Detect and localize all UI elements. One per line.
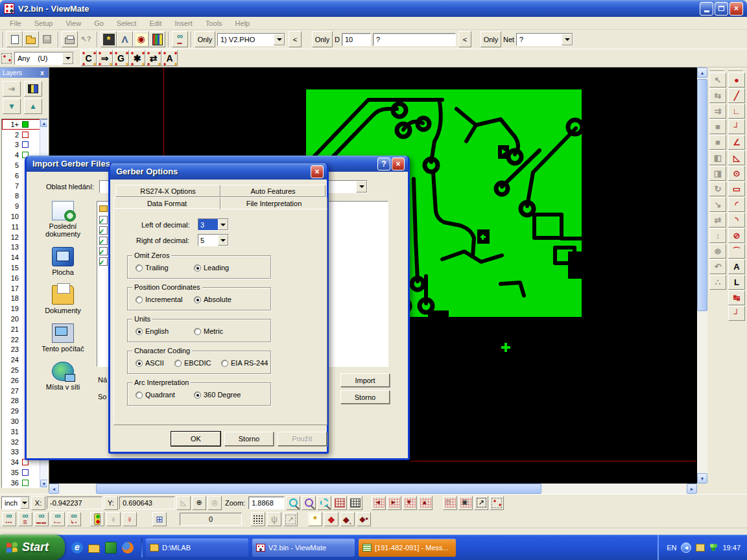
- draw-triangle-button[interactable]: ◺: [728, 150, 745, 165]
- select-group-button[interactable]: G: [113, 50, 129, 66]
- close-button[interactable]: ×: [729, 2, 743, 16]
- place-recent-documents[interactable]: Poslední dokumenty: [34, 201, 92, 238]
- gerber-file-icon[interactable]: [99, 247, 108, 255]
- draw-ellipse-button[interactable]: ⊘: [728, 228, 745, 243]
- layer-colors-button[interactable]: [149, 31, 165, 47]
- selection-filter-icon[interactable]: [0, 52, 13, 65]
- horizontal-scroll-thumb[interactable]: [96, 484, 541, 494]
- radio-option[interactable]: EIA RS-244: [221, 359, 268, 367]
- dcode-query-input[interactable]: ?: [373, 33, 456, 46]
- chevron-down-icon[interactable]: [20, 497, 29, 509]
- view-dcode-button[interactable]: ∞•—: [51, 512, 65, 526]
- draw-line-button[interactable]: ╱: [728, 88, 745, 103]
- quick-launch-folder-icon[interactable]: [88, 544, 100, 553]
- dialog-help-button[interactable]: ?: [377, 158, 390, 170]
- radio-option[interactable]: EBCDIC: [174, 359, 221, 367]
- draw-route-button[interactable]: ┘: [728, 306, 745, 321]
- menu-item[interactable]: View: [60, 18, 87, 29]
- menu-item[interactable]: Help: [230, 18, 256, 29]
- pad-s-mode-button[interactable]: ◆˛: [340, 512, 355, 526]
- horizontal-scrollbar[interactable]: ◄ ►: [49, 484, 697, 494]
- group-tool-button[interactable]: ∴: [709, 275, 726, 290]
- layer-color-swatch[interactable]: [22, 469, 29, 476]
- scroll-up-icon[interactable]: ▲: [697, 67, 707, 78]
- zoom-tool-button[interactable]: [286, 496, 300, 510]
- apply-button[interactable]: Použít: [278, 432, 327, 446]
- chevron-down-icon[interactable]: [562, 34, 573, 45]
- tile-windows-button[interactable]: ⊞: [152, 512, 167, 526]
- scroll-up-icon[interactable]: ▲: [40, 119, 48, 127]
- layer-combobox[interactable]: 1) V2.PHO: [217, 33, 285, 46]
- ok-button[interactable]: OK: [171, 432, 220, 446]
- grid-settings-button[interactable]: [333, 496, 347, 510]
- draw-arc2-button[interactable]: ◝: [728, 213, 745, 228]
- chevron-down-icon[interactable]: [218, 235, 228, 246]
- folder-icon[interactable]: [99, 205, 108, 212]
- highlight-dcode-button[interactable]: *: [101, 31, 117, 47]
- scroll-down-icon[interactable]: ▼: [40, 480, 48, 487]
- rotate-button[interactable]: ↻: [709, 181, 726, 196]
- dialog-close-button[interactable]: ×: [392, 158, 405, 170]
- gerber-dialog-titlebar[interactable]: Gerber Options ×: [110, 163, 327, 180]
- zoom-select-button[interactable]: [317, 496, 331, 510]
- settings-tool-button[interactable]: ⊛: [709, 244, 726, 259]
- context-help-button[interactable]: ↖?: [78, 31, 94, 47]
- inspect-button[interactable]: ∞▬: [172, 31, 188, 47]
- chevron-down-icon[interactable]: [218, 219, 228, 230]
- snap-button[interactable]: ↕: [709, 228, 726, 243]
- pad-shape2-button[interactable]: ■: [709, 135, 726, 150]
- radio-option[interactable]: Leading: [194, 264, 252, 272]
- dcode-input[interactable]: 10: [342, 33, 371, 46]
- undo-tool-button[interactable]: ↶: [709, 259, 726, 274]
- place-my-computer[interactable]: Tento počítač: [34, 323, 92, 353]
- select-star-button[interactable]: ✱: [129, 50, 145, 66]
- task-messenger[interactable]: [191-482-091] - Mess...: [359, 539, 456, 557]
- left-of-decimal-select[interactable]: 3: [198, 218, 229, 231]
- place-desktop[interactable]: Plocha: [34, 247, 92, 276]
- radio-option[interactable]: ASCII: [136, 359, 174, 367]
- tray-notes-icon[interactable]: [696, 544, 705, 552]
- layer-move-down-button[interactable]: ▼: [3, 99, 21, 114]
- draw-angle-button[interactable]: ∠: [728, 135, 745, 150]
- select-circle-button[interactable]: C: [80, 50, 97, 66]
- view-lines-button[interactable]: ∞☰: [18, 512, 32, 526]
- pan-right-button[interactable]: ►: [387, 496, 401, 510]
- tab-data-format[interactable]: Data Format: [113, 197, 220, 209]
- selection-box-button[interactable]: [490, 496, 504, 510]
- menu-item[interactable]: Go: [88, 18, 110, 29]
- units-combobox[interactable]: inch: [1, 496, 30, 509]
- layer-color-swatch[interactable]: [22, 480, 29, 486]
- mirror-h-button[interactable]: ◧: [709, 150, 726, 165]
- pad-dot-mode-button[interactable]: ◆•: [357, 512, 371, 526]
- radio-option[interactable]: Trailing: [136, 264, 194, 272]
- import-cancel-button[interactable]: Storno: [340, 390, 390, 404]
- scroll-down-icon[interactable]: ▼: [697, 473, 707, 484]
- palette-grip[interactable]: [710, 69, 724, 71]
- zoom-grid-button[interactable]: [302, 496, 316, 510]
- radio-option[interactable]: 360 Degree: [194, 391, 252, 399]
- radio-option[interactable]: Absolute: [194, 296, 252, 303]
- only-net-button[interactable]: Only: [480, 31, 501, 47]
- highlight-toggle-button[interactable]: [90, 512, 104, 526]
- crosshair-button[interactable]: ⊕: [192, 496, 206, 510]
- insert-label-button[interactable]: L: [728, 275, 745, 290]
- vertical-scrollbar[interactable]: ▲ ▼: [697, 67, 707, 484]
- clock[interactable]: 19:47: [722, 544, 741, 552]
- save-file-button[interactable]: [39, 31, 55, 47]
- relative-measure-button[interactable]: ◺: [176, 496, 191, 510]
- vertical-scroll-thumb[interactable]: [697, 79, 707, 311]
- internet-explorer-icon[interactable]: e: [71, 542, 83, 554]
- scroll-left-icon[interactable]: ◄: [49, 484, 59, 494]
- tab-file-interpretation[interactable]: File Interpretation: [220, 197, 327, 209]
- import-button[interactable]: Import: [340, 373, 390, 387]
- grid-toggle-button[interactable]: [348, 496, 362, 510]
- gerber-file-icon[interactable]: [99, 237, 108, 245]
- draw-curve-button[interactable]: ⌒: [728, 244, 745, 259]
- task-explorer[interactable]: D:\MLAB: [146, 539, 248, 557]
- palette-grip[interactable]: [728, 69, 742, 71]
- open-file-button[interactable]: [23, 31, 39, 47]
- menu-item[interactable]: File: [4, 18, 27, 29]
- select-swap-button[interactable]: ⇄: [145, 50, 161, 66]
- mirror-v-button[interactable]: ◨: [709, 166, 726, 181]
- only-dcode-button[interactable]: Only: [312, 31, 333, 47]
